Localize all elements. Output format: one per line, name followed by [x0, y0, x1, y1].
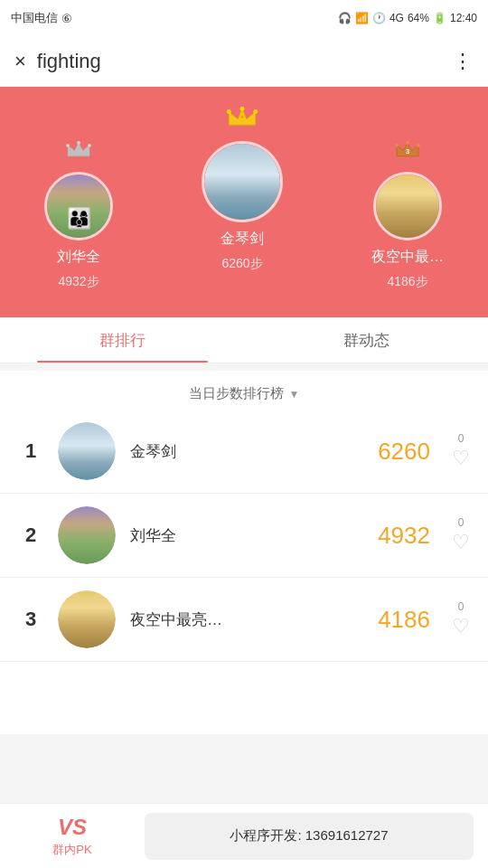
list-avatar-2 [58, 506, 116, 564]
miniprogram-banner: 小程序开发: 13691612727 [145, 813, 474, 860]
avatar-1 [202, 141, 283, 222]
status-left: 中国电信 ⑥ [11, 10, 72, 26]
rank-item-2: 刘华全 4932步 [44, 139, 113, 290]
like-col-3[interactable]: 0 ♡ [452, 600, 470, 638]
like-col-2[interactable]: 0 ♡ [452, 516, 470, 554]
network-icon: 4G [389, 12, 404, 24]
signal-icon: ⑥ [61, 12, 72, 25]
close-button[interactable]: × [14, 50, 26, 73]
heart-icon-3[interactable]: ♡ [452, 615, 470, 638]
crown-3: 3 [394, 139, 421, 161]
list-header-text: 当日步数排行榜 [189, 385, 284, 402]
crown-2 [65, 139, 92, 161]
list-avatar-3 [58, 590, 116, 648]
list-section: 当日步数排行榜 ▼ 1 金琴剑 6260 0 ♡ 2 刘华全 4932 0 ♡ … [0, 371, 488, 734]
sim-icon: 📶 [355, 12, 369, 24]
header: × fighting ⋮ [0, 36, 488, 87]
status-bar: 中国电信 ⑥ 🎧 📶 🕐 4G 64% 🔋 12:40 [0, 0, 488, 36]
rank-2-steps: 4932步 [58, 274, 99, 290]
list-header: 当日步数排行榜 ▼ [0, 371, 488, 410]
gold-crown-icon [226, 105, 258, 130]
silver-crown-icon [65, 139, 92, 161]
table-row: 1 金琴剑 6260 0 ♡ [0, 410, 488, 494]
like-count-2: 0 [458, 516, 465, 529]
svg-text:3: 3 [406, 147, 409, 156]
rank-number-1: 1 [18, 439, 43, 463]
svg-point-3 [227, 109, 231, 114]
list-avatar-img-1 [58, 422, 116, 480]
avatar-img-3 [376, 175, 439, 238]
rank-number-3: 3 [18, 608, 43, 631]
crown-1 [226, 105, 258, 130]
like-count-1: 0 [458, 432, 465, 445]
top-ranking-section: 刘华全 4932步 金琴剑 6260步 3 [0, 87, 488, 317]
list-steps-2: 4932 [358, 522, 430, 550]
tab-activity-label: 群动态 [343, 330, 389, 351]
list-steps-3: 4186 [358, 606, 430, 634]
rank-2-name: 刘华全 [57, 248, 100, 267]
svg-point-6 [240, 116, 243, 118]
svg-point-1 [77, 141, 80, 145]
heart-icon-2[interactable]: ♡ [452, 531, 470, 554]
rank-3-name: 夜空中最… [371, 248, 444, 267]
rank-3-steps: 4186步 [387, 274, 427, 290]
svg-point-4 [240, 107, 245, 111]
avatar-2 [44, 172, 113, 241]
tab-activity[interactable]: 群动态 [244, 317, 488, 363]
rank-number-2: 2 [18, 524, 43, 547]
tab-ranking[interactable]: 群排行 [0, 317, 244, 363]
headphone-icon: 🎧 [338, 12, 352, 24]
list-avatar-img-2 [58, 506, 116, 564]
list-avatar-img-3 [58, 590, 116, 648]
page-title: fighting [37, 50, 453, 73]
svg-point-7 [395, 144, 399, 147]
tab-ranking-label: 群排行 [99, 330, 145, 351]
list-steps-1: 6260 [358, 438, 430, 466]
svg-point-9 [417, 144, 420, 147]
carrier-label: 中国电信 [11, 10, 58, 26]
clock-icon: 🕐 [372, 12, 386, 24]
pk-label: 群内PK [52, 842, 91, 858]
status-right: 🎧 📶 🕐 4G 64% 🔋 12:40 [338, 12, 477, 24]
avatar-3 [373, 172, 442, 241]
heart-icon-1[interactable]: ♡ [452, 447, 470, 470]
rank-1-name: 金琴剑 [221, 230, 264, 249]
avatar-img-2 [47, 175, 110, 238]
more-options-button[interactable]: ⋮ [453, 50, 474, 73]
rank-1-steps: 6260步 [221, 256, 262, 272]
like-count-3: 0 [458, 600, 465, 613]
rank-item-3: 3 夜空中最… 4186步 [371, 139, 444, 290]
svg-point-8 [406, 141, 409, 145]
time-label: 12:40 [450, 12, 477, 24]
svg-point-2 [88, 144, 91, 147]
svg-point-5 [253, 109, 258, 114]
pk-button[interactable]: VS 群内PK [0, 804, 145, 868]
list-name-2: 刘华全 [130, 525, 343, 546]
list-name-3: 夜空中最亮… [130, 609, 343, 630]
battery-label: 64% [408, 12, 429, 24]
like-col-1[interactable]: 0 ♡ [452, 432, 470, 470]
tabs: 群排行 群动态 [0, 317, 488, 363]
svg-point-0 [66, 144, 70, 147]
table-row: 3 夜空中最亮… 4186 0 ♡ [0, 578, 488, 662]
battery-icon: 🔋 [433, 12, 446, 24]
rank-item-1: 金琴剑 6260步 [202, 105, 283, 272]
dropdown-icon[interactable]: ▼ [289, 388, 300, 401]
table-row: 2 刘华全 4932 0 ♡ [0, 494, 488, 578]
pk-vs-icon: VS [58, 815, 87, 840]
miniprogram-text: 小程序开发: 13691612727 [230, 827, 388, 844]
bottom-bar: VS 群内PK 小程序开发: 13691612727 [0, 803, 488, 868]
bronze-crown-icon: 3 [394, 139, 421, 161]
avatar-img-1 [204, 144, 280, 220]
list-name-1: 金琴剑 [130, 441, 343, 462]
list-avatar-1 [58, 422, 116, 480]
